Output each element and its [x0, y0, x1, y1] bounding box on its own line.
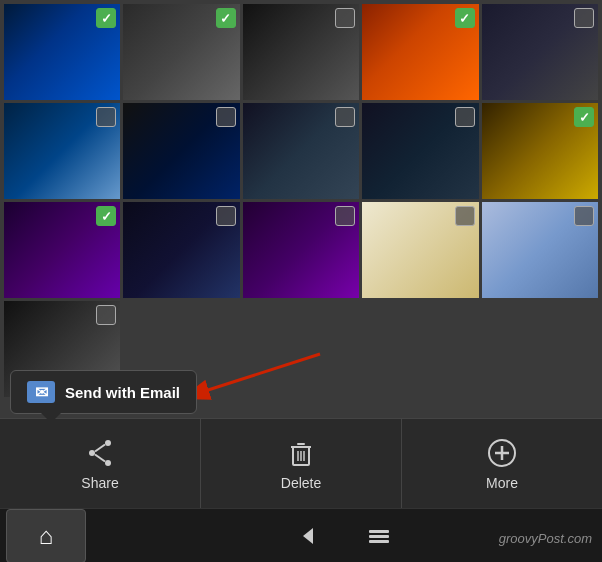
menu-button[interactable] [359, 516, 399, 556]
photo-item-13[interactable] [243, 202, 359, 298]
photo-check-5[interactable] [574, 8, 594, 28]
photo-item-3[interactable] [243, 4, 359, 100]
photo-item-5[interactable] [482, 4, 598, 100]
photo-check-6[interactable] [96, 107, 116, 127]
photo-item-14[interactable] [362, 202, 478, 298]
svg-line-1 [180, 354, 320, 399]
svg-point-4 [105, 460, 111, 466]
photo-item-6[interactable] [4, 103, 120, 199]
tooltip-area: Send with Email [10, 370, 197, 414]
more-button[interactable]: More [402, 419, 602, 508]
watermark: groovyPost.com [499, 531, 592, 546]
svg-rect-19 [369, 540, 389, 543]
photo-grid [0, 0, 602, 310]
photo-item-12[interactable] [123, 202, 239, 298]
svg-rect-17 [369, 530, 389, 533]
menu-icon [365, 522, 393, 550]
photo-item-4[interactable] [362, 4, 478, 100]
photo-check-13[interactable] [335, 206, 355, 226]
svg-line-6 [95, 454, 105, 461]
bottom-nav: ⌂ groovyPost.com [0, 508, 602, 562]
photo-item-8[interactable] [243, 103, 359, 199]
svg-marker-16 [303, 528, 313, 544]
photo-item-9[interactable] [362, 103, 478, 199]
share-icon [84, 437, 116, 469]
photo-check-12[interactable] [216, 206, 236, 226]
photo-check-14[interactable] [455, 206, 475, 226]
photo-check-8[interactable] [335, 107, 355, 127]
action-bar: Share Delete More [0, 418, 602, 508]
photo-check-16[interactable] [96, 305, 116, 325]
photo-item-7[interactable] [123, 103, 239, 199]
photo-item-11[interactable] [4, 202, 120, 298]
back-icon [295, 522, 323, 550]
svg-point-2 [89, 450, 95, 456]
delete-button[interactable]: Delete [201, 419, 402, 508]
photo-item-1[interactable] [4, 4, 120, 100]
delete-label: Delete [281, 475, 321, 491]
photo-check-7[interactable] [216, 107, 236, 127]
svg-line-5 [95, 444, 105, 451]
photo-item-15[interactable] [482, 202, 598, 298]
photo-check-10[interactable] [574, 107, 594, 127]
back-button[interactable] [289, 516, 329, 556]
photo-check-2[interactable] [216, 8, 236, 28]
photo-check-3[interactable] [335, 8, 355, 28]
home-button[interactable]: ⌂ [6, 509, 86, 563]
tooltip-label: Send with Email [65, 384, 180, 401]
photo-item-10[interactable] [482, 103, 598, 199]
share-button[interactable]: Share [0, 419, 201, 508]
svg-point-3 [105, 440, 111, 446]
share-label: Share [81, 475, 118, 491]
photo-check-11[interactable] [96, 206, 116, 226]
photo-check-9[interactable] [455, 107, 475, 127]
photo-check-4[interactable] [455, 8, 475, 28]
send-email-tooltip[interactable]: Send with Email [10, 370, 197, 414]
photo-check-15[interactable] [574, 206, 594, 226]
email-icon [27, 381, 55, 403]
photo-check-1[interactable] [96, 8, 116, 28]
delete-icon [285, 437, 317, 469]
home-icon: ⌂ [39, 522, 54, 550]
svg-rect-18 [369, 535, 389, 538]
photo-item-2[interactable] [123, 4, 239, 100]
more-label: More [486, 475, 518, 491]
more-icon [486, 437, 518, 469]
